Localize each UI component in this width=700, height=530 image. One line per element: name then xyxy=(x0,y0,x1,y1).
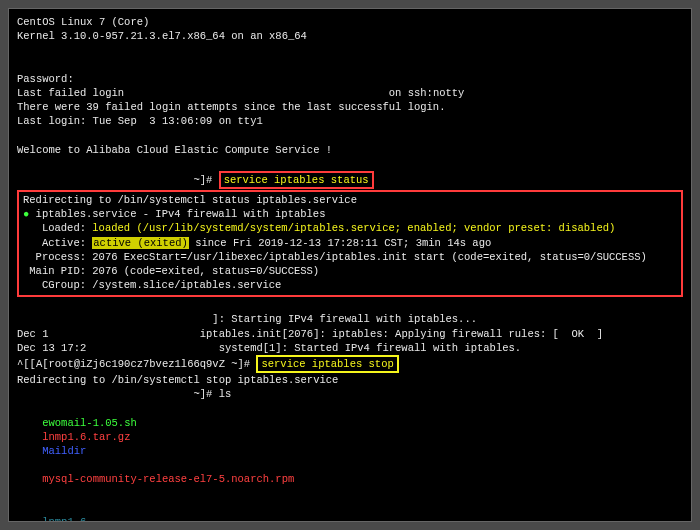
redirect-line: Redirecting to /bin/systemctl status ipt… xyxy=(23,193,677,207)
redirect-stop-line: Redirecting to /bin/systemctl stop iptab… xyxy=(17,373,683,387)
active-status-badge: active (exited) xyxy=(92,237,189,249)
last-failed-login: Last failed login XXXXXXXXXXXXXXXXXXXXXX… xyxy=(17,86,683,100)
status-output-box: Redirecting to /bin/systemctl status ipt… xyxy=(17,190,683,297)
cgroup-line: CGroup: /system.slice/iptables.service xyxy=(23,278,677,292)
welcome-message: Welcome to Alibaba Cloud Elastic Compute… xyxy=(17,143,683,157)
main-pid-line: Main PID: 2076 (code=exited, status=0/SU… xyxy=(23,264,677,278)
file-ewomail: ewomail-1.05.sh xyxy=(42,416,142,430)
journal-line-3: Dec 13 17:2XX systemd[1]: Started IPv4 f… xyxy=(17,341,683,355)
command-status: service iptables status xyxy=(224,174,369,186)
file-lnmp-dir: lnmp1.6 xyxy=(42,516,86,522)
failed-attempts: There were 39 failed login attempts sinc… xyxy=(17,100,683,114)
active-line: Active: active (exited) since Fri 2019-1… xyxy=(23,236,677,250)
prompt-line-1[interactable]: XXXXXXXXXXXXXXXXXXXXXXXXXXXX~]# service … xyxy=(17,171,683,189)
process-line: Process: 2076 ExecStart=/usr/libexec/ipt… xyxy=(23,250,677,264)
prompt-line-2[interactable]: ^[[A[root@iZj6c190cz7bvez1l66q9vZ ~]# se… xyxy=(17,355,683,373)
journal-line-1: XXXXXXXXXXXXXXXXXXXXXXXXXXXXXXX]: Starti… xyxy=(17,312,683,326)
kernel-line: Kernel 3.10.0-957.21.3.el7.x86_64 on an … xyxy=(17,29,683,43)
loaded-line: Loaded: loaded (/usr/lib/systemd/system/… xyxy=(23,221,677,235)
ls-row-1: ewomail-1.05.sh lnmp1.6.tar.gz Maildir m… xyxy=(17,401,683,500)
file-mysql5: mysql-community-release-el7-5.noarch.rpm xyxy=(42,473,294,485)
ls-row-2: lnmp1.6 lnmp-install.log mysql57-communi… xyxy=(17,501,683,522)
password-prompt: Password: xyxy=(17,72,683,86)
terminal-window[interactable]: CentOS Linux 7 (Core) Kernel 3.10.0-957.… xyxy=(8,8,692,522)
dir-maildir: Maildir xyxy=(42,445,86,457)
unit-line: ● iptables.service - IPv4 firewall with … xyxy=(23,207,677,221)
file-lnmp-tar: lnmp1.6.tar.gz xyxy=(42,430,162,444)
prompt-line-3[interactable]: XXXXXXXXXXXXXXXXXXXXXXXXXXXX~]# ls xyxy=(17,387,683,401)
command-stop: service iptables stop xyxy=(261,358,393,370)
last-login: Last login: Tue Sep 3 13:06:09 on tty1 xyxy=(17,114,683,128)
os-line: CentOS Linux 7 (Core) xyxy=(17,15,683,29)
journal-line-2: Dec 1XXXXXXX iptables.init[2076]: iptabl… xyxy=(17,327,683,341)
